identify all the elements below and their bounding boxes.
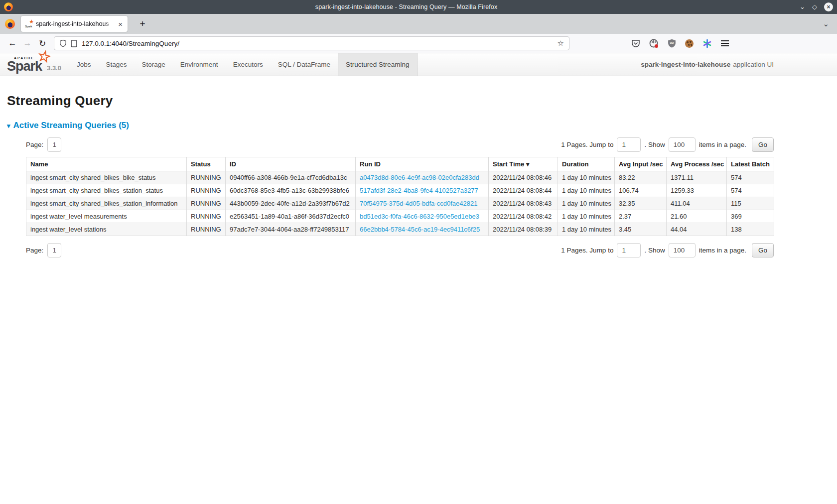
colorful-asterisk-icon[interactable] (702, 39, 712, 48)
application-ui-label: spark-ingest-into-lakehouse application … (641, 53, 774, 76)
cell: 1 day 10 minutes (558, 171, 615, 184)
list-all-tabs-icon[interactable]: ⌄ (823, 19, 829, 28)
title-bar: spark-ingest-into-lakehouse - Streaming … (0, 0, 837, 14)
window-controls: ⌄ ◇ × (800, 2, 833, 11)
cell: 1 day 10 minutes (558, 210, 615, 223)
column-header[interactable]: Duration (558, 157, 615, 171)
active-queries-section-toggle[interactable]: ▾Active Streaming Queries (5) (7, 121, 830, 130)
firefox-view-icon[interactable] (5, 19, 15, 29)
page-title: Streaming Query (7, 93, 830, 109)
column-header[interactable]: Name (26, 157, 187, 171)
url-text: 127.0.0.1:4040/StreamingQuery/ (82, 40, 554, 47)
cell: 411.04 (667, 197, 727, 210)
spark-nav-tab-storage[interactable]: Storage (135, 53, 173, 76)
url-bar[interactable]: 127.0.0.1:4040/StreamingQuery/ ☆ (54, 36, 569, 50)
items-label: items in a page. (699, 141, 746, 148)
back-icon[interactable]: ← (5, 38, 20, 48)
cell: bd51ed3c-f0fa-46c6-8632-950e5ed1ebe3 (356, 210, 489, 223)
column-header[interactable]: ID (226, 157, 356, 171)
query-table-body: ingest smart_city shared_bikes_bike_stat… (26, 171, 774, 236)
url-path: :4040/StreamingQuery/ (110, 40, 179, 47)
items-per-page-input[interactable] (669, 243, 696, 257)
jump-to-input[interactable] (617, 243, 641, 257)
maximize-icon[interactable]: ◇ (812, 2, 817, 11)
privacy-badge-icon[interactable] (649, 39, 659, 48)
spark-nav-tab-environment[interactable]: Environment (173, 53, 226, 76)
cell: RUNNING (187, 171, 226, 184)
section-title: Active Streaming Queries (5) (13, 121, 129, 130)
go-button[interactable]: Go (752, 137, 774, 152)
go-button[interactable]: Go (752, 243, 774, 257)
hamburger-menu-icon[interactable] (721, 43, 729, 44)
cell: 70f54975-375d-4d05-bdfa-ccd0fae42821 (356, 197, 489, 210)
cell: 517afd3f-28e2-4ba8-9fe4-4102527a3277 (356, 184, 489, 197)
table-header-row: NameStatusIDRun IDStart Time ▾DurationAv… (26, 157, 774, 171)
jump-to-input[interactable] (617, 137, 641, 152)
browser-toolbar: ← → ↻ 127.0.0.1:4040/StreamingQuery/ ☆ u… (0, 34, 837, 53)
items-per-page-input[interactable] (669, 137, 696, 152)
run-id-link[interactable]: 517afd3f-28e2-4ba8-9fe4-4102527a3277 (360, 187, 478, 194)
spark-nav-tab-executors[interactable]: Executors (226, 53, 271, 76)
show-label: . Show (644, 247, 665, 254)
column-header[interactable]: Avg Process /sec (667, 157, 727, 171)
close-window-icon[interactable]: × (824, 2, 833, 11)
pages-summary: 1 Pages. Jump to (561, 141, 613, 148)
cell: 21.60 (667, 210, 727, 223)
streaming-queries-table: NameStatusIDRun IDStart Time ▾DurationAv… (26, 157, 774, 236)
tracking-protection-shield-icon[interactable] (59, 39, 67, 47)
cell: ingest water_level stations (26, 223, 187, 236)
pocket-icon[interactable] (631, 39, 640, 48)
url-host: 127.0.0.1 (82, 40, 110, 47)
collapse-caret-icon: ▾ (7, 122, 10, 129)
run-id-link[interactable]: 70f54975-375d-4d05-bdfa-ccd0fae42821 (360, 200, 477, 207)
run-id-link[interactable]: a0473d8d-80e6-4e9f-ac98-02e0cfa283dd (360, 174, 479, 181)
minimize-icon[interactable]: ⌄ (800, 2, 805, 11)
table-row: ingest smart_city shared_bikes_station_i… (26, 197, 774, 210)
spark-logo[interactable]: APACHE Spark 3.3.0 (0, 53, 69, 76)
column-header[interactable]: Status (187, 157, 226, 171)
cookie-icon[interactable] (685, 39, 694, 48)
cell: 97adc7e7-3044-4064-aa28-ff7249853117 (226, 223, 356, 236)
cell: RUNNING (187, 223, 226, 236)
content: Streaming Query ▾Active Streaming Querie… (0, 76, 837, 257)
run-id-link[interactable]: 66e2bbb4-5784-45c6-ac19-4ec9411c6f25 (360, 226, 480, 233)
pagination-top: Page: 1 Pages. Jump to . Show items in a… (26, 137, 774, 152)
spark-nav-tab-jobs[interactable]: Jobs (69, 53, 99, 76)
run-id-link[interactable]: bd51ed3c-f0fa-46c6-8632-950e5ed1ebe3 (360, 213, 479, 220)
tab-bar: ★ Spark spark-ingest-into-lakehous × + ⌄ (0, 14, 837, 34)
page-number-input[interactable] (47, 243, 61, 257)
cell: ingest smart_city shared_bikes_station_i… (26, 197, 187, 210)
cell: 2022/11/24 08:08:42 (489, 210, 558, 223)
cell: 2.37 (615, 210, 667, 223)
cell: 83.22 (615, 171, 667, 184)
cell: 0940ff66-a308-466b-9e1a-cf7cd6dba13c (226, 171, 356, 184)
spark-nav-tab-structured-streaming[interactable]: Structured Streaming (338, 53, 418, 76)
cell: 106.74 (615, 184, 667, 197)
page-number-input[interactable] (47, 137, 61, 152)
page-info-icon[interactable] (71, 40, 77, 47)
cell: 1 day 10 minutes (558, 184, 615, 197)
column-header[interactable]: Latest Batch (727, 157, 774, 171)
spark-nav-tab-stages[interactable]: Stages (99, 53, 135, 76)
column-header[interactable]: Run ID (356, 157, 489, 171)
ublock-shield-icon[interactable]: uO (668, 39, 676, 48)
browser-tab[interactable]: ★ Spark spark-ingest-into-lakehous × (21, 16, 128, 32)
spark-nav-tab-sql-dataframe[interactable]: SQL / DataFrame (271, 53, 338, 76)
reload-icon[interactable]: ↻ (35, 38, 50, 49)
bookmark-star-icon[interactable]: ☆ (558, 39, 564, 48)
new-tab-button[interactable]: + (136, 18, 149, 29)
forward-icon[interactable]: → (20, 38, 35, 48)
active-queries-zone: Page: 1 Pages. Jump to . Show items in a… (26, 137, 774, 257)
items-label: items in a page. (699, 247, 746, 254)
spark-navbar: APACHE Spark 3.3.0 JobsStagesStorageEnvi… (0, 53, 837, 76)
toolbar-extensions: uO (631, 39, 729, 48)
table-row: ingest water_level measurementsRUNNINGe2… (26, 210, 774, 223)
column-header[interactable]: Avg Input /sec (615, 157, 667, 171)
tab-close-icon[interactable]: × (117, 20, 124, 28)
table-row: ingest smart_city shared_bikes_bike_stat… (26, 171, 774, 184)
svg-text:uO: uO (670, 41, 674, 44)
cell: 44.04 (667, 223, 727, 236)
column-header[interactable]: Start Time ▾ (489, 157, 558, 171)
cell: a0473d8d-80e6-4e9f-ac98-02e0cfa283dd (356, 171, 489, 184)
cell: 60dc3768-85e3-4fb5-a13c-63b29938bfe6 (226, 184, 356, 197)
